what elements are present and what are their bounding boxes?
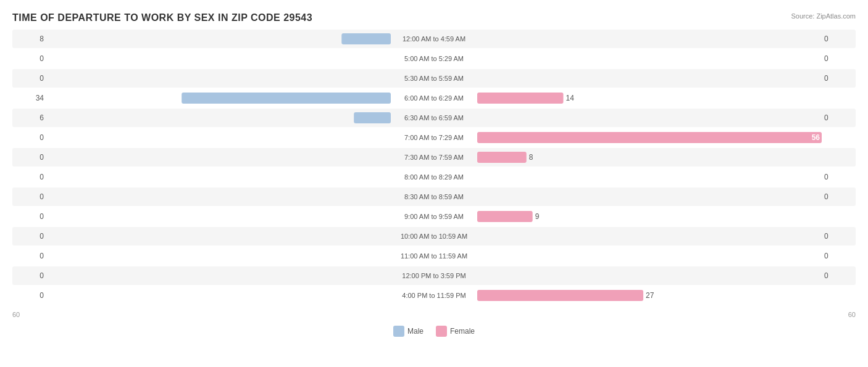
legend-row: Male Female (12, 326, 856, 337)
svg-text:8: 8 (40, 35, 44, 43)
svg-text:11:00 AM to 11:59 AM: 11:00 AM to 11:59 AM (401, 252, 467, 260)
chart-body: 12:00 AM to 4:59 AM805:00 AM to 5:29 AM0… (12, 30, 856, 321)
svg-text:27: 27 (646, 291, 654, 300)
legend-female: Female (436, 326, 475, 337)
svg-text:0: 0 (824, 173, 828, 181)
svg-text:8:30 AM to 8:59 AM: 8:30 AM to 8:59 AM (404, 193, 464, 200)
svg-text:6:30 AM to 6:59 AM: 6:30 AM to 6:59 AM (404, 114, 464, 122)
female-label: Female (450, 327, 475, 336)
svg-rect-53 (477, 290, 643, 301)
svg-text:0: 0 (40, 54, 44, 63)
svg-text:5:30 AM to 5:59 AM: 5:30 AM to 5:59 AM (404, 75, 464, 82)
svg-text:0: 0 (824, 252, 828, 260)
svg-text:9: 9 (535, 212, 540, 221)
svg-text:9:00 AM to 9:59 AM: 9:00 AM to 9:59 AM (404, 213, 464, 220)
svg-text:0: 0 (40, 173, 44, 181)
svg-text:0: 0 (824, 113, 828, 122)
svg-text:7:00 AM to 7:29 AM: 7:00 AM to 7:29 AM (404, 134, 464, 141)
svg-rect-13 (477, 93, 564, 104)
legend-male: Male (393, 326, 424, 337)
svg-rect-27 (477, 152, 527, 163)
female-swatch (436, 326, 447, 337)
chart-title: TIME OF DEPARTURE TO WORK BY SEX IN ZIP … (12, 12, 312, 23)
male-label: Male (407, 327, 424, 336)
svg-text:0: 0 (40, 212, 44, 221)
svg-text:0: 0 (40, 252, 44, 260)
svg-rect-18 (354, 112, 391, 123)
svg-text:6:00 AM to 6:29 AM: 6:00 AM to 6:29 AM (404, 94, 464, 102)
svg-text:60: 60 (848, 311, 856, 318)
svg-rect-12 (182, 93, 391, 104)
svg-text:0: 0 (40, 232, 44, 241)
svg-text:14: 14 (566, 94, 575, 102)
svg-text:0: 0 (40, 153, 44, 162)
source-text: Source: ZipAtlas.com (791, 12, 856, 20)
chart-container: TIME OF DEPARTURE TO WORK BY SEX IN ZIP … (0, 0, 868, 367)
svg-text:7:30 AM to 7:59 AM: 7:30 AM to 7:59 AM (404, 154, 464, 161)
svg-text:60: 60 (12, 311, 20, 318)
svg-text:34: 34 (36, 94, 44, 102)
svg-text:8:00 AM to 8:29 AM: 8:00 AM to 8:29 AM (404, 173, 464, 181)
svg-text:8: 8 (529, 153, 533, 162)
svg-text:4:00 PM to 11:59 PM: 4:00 PM to 11:59 PM (402, 292, 465, 299)
svg-text:0: 0 (824, 232, 828, 241)
svg-text:12:00 AM to 4:59 AM: 12:00 AM to 4:59 AM (403, 35, 465, 43)
svg-rect-22 (477, 132, 822, 143)
svg-text:5:00 AM to 5:29 AM: 5:00 AM to 5:29 AM (404, 55, 464, 62)
svg-text:12:00 PM to 3:59 PM: 12:00 PM to 3:59 PM (402, 272, 465, 279)
svg-text:0: 0 (824, 74, 828, 83)
svg-text:6: 6 (40, 113, 44, 122)
svg-text:10:00 AM to 10:59 AM: 10:00 AM to 10:59 AM (401, 233, 467, 240)
svg-text:0: 0 (40, 74, 44, 83)
title-row: TIME OF DEPARTURE TO WORK BY SEX IN ZIP … (12, 12, 856, 23)
svg-rect-38 (477, 211, 533, 222)
svg-text:0: 0 (824, 35, 828, 43)
svg-text:0: 0 (40, 291, 44, 300)
svg-text:0: 0 (824, 192, 828, 201)
svg-rect-1 (341, 33, 391, 44)
svg-text:0: 0 (40, 133, 44, 142)
svg-text:0: 0 (40, 192, 44, 201)
svg-text:0: 0 (40, 271, 44, 280)
svg-text:56: 56 (812, 133, 820, 142)
male-swatch (393, 326, 404, 337)
svg-text:0: 0 (824, 271, 828, 280)
bar-chart-svg: 12:00 AM to 4:59 AM805:00 AM to 5:29 AM0… (12, 30, 856, 318)
svg-text:0: 0 (824, 54, 828, 63)
